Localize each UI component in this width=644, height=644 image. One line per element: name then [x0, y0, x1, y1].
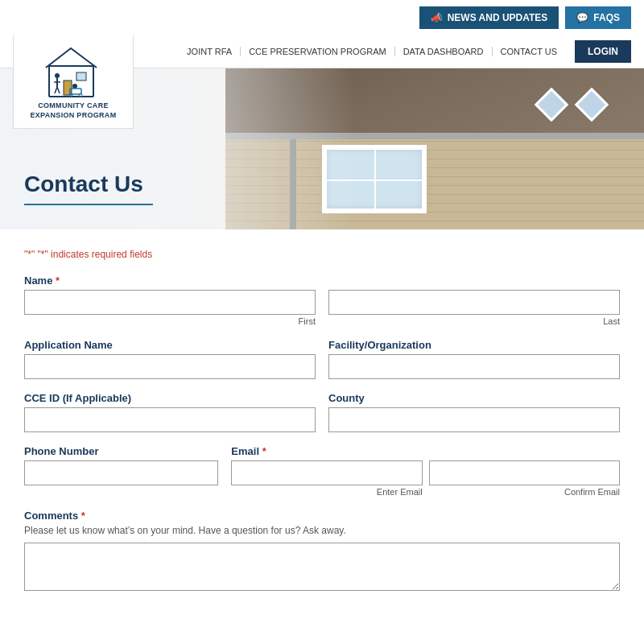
phone-label: Phone Number [24, 445, 218, 457]
logo-svg [41, 42, 105, 98]
app-facility-row: Application Name Facility/Organization [24, 339, 620, 379]
first-name-col: Name * First [24, 275, 316, 326]
logo-area: COMMUNITY CARE EXPANSION PROGRAM [13, 35, 134, 129]
comments-hint: Please let us know what’s on your mind. … [24, 525, 620, 536]
faqs-label: FAQs [593, 12, 620, 23]
app-name-col: Application Name [24, 339, 316, 379]
logo-text: COMMUNITY CARE EXPANSION PROGRAM [31, 101, 117, 120]
email-section: Email * Enter Email Confirm Email [231, 445, 620, 497]
county-col: County [328, 392, 620, 432]
facility-input[interactable] [328, 354, 620, 379]
email-label: Email * [231, 445, 620, 457]
email-fields-wrapper: Enter Email Confirm Email [231, 460, 620, 497]
app-name-input[interactable] [24, 354, 316, 379]
cce-id-label: CCE ID (If Applicable) [24, 392, 316, 404]
megaphone-icon: 📣 [431, 12, 443, 23]
faqs-button[interactable]: 💬 FAQs [565, 6, 631, 29]
facility-label: Facility/Organization [328, 339, 620, 351]
last-name-input[interactable] [328, 290, 620, 315]
enter-email-input[interactable] [231, 460, 422, 485]
login-button[interactable]: LOGIN [575, 40, 631, 63]
confirm-email-sublabel: Confirm Email [429, 487, 620, 497]
app-name-label: Application Name [24, 339, 316, 351]
facility-col: Facility/Organization [328, 339, 620, 379]
first-name-input[interactable] [24, 290, 316, 315]
news-updates-label: NEWS AND UPDATES [448, 12, 548, 23]
confirm-email-col: Confirm Email [429, 460, 620, 497]
county-label: County [328, 392, 620, 404]
required-marker: "*" [24, 249, 35, 260]
svg-line-6 [55, 87, 57, 93]
svg-rect-2 [76, 72, 86, 80]
svg-point-3 [55, 73, 60, 78]
form-container: "*" "*" indicates required fields Name *… [0, 229, 644, 625]
svg-line-7 [57, 87, 60, 93]
enter-email-col: Enter Email [231, 460, 422, 497]
nav-joint-rfa[interactable]: JOINT RFA [179, 47, 241, 56]
nav-contact-us[interactable]: CONTACT US [493, 47, 566, 56]
comments-textarea[interactable] [24, 543, 620, 591]
nav-data-dashboard[interactable]: DATA DASHBOARD [395, 47, 493, 56]
top-bar: 📣 NEWS AND UPDATES 💬 FAQs [0, 0, 644, 35]
hero-title: Contact Us [24, 171, 143, 197]
cce-id-input[interactable] [24, 407, 316, 432]
header-wrapper: COMMUNITY CARE EXPANSION PROGRAM JOINT R… [0, 35, 644, 229]
confirm-email-input[interactable] [429, 460, 620, 485]
phone-col: Phone Number [24, 445, 218, 485]
county-input[interactable] [328, 407, 620, 432]
news-updates-button[interactable]: 📣 NEWS AND UPDATES [419, 6, 559, 29]
comments-label: Comments * [24, 510, 620, 522]
cce-county-row: CCE ID (If Applicable) County [24, 392, 620, 432]
svg-point-8 [72, 84, 77, 89]
required-note: "*" "*" indicates required fields [24, 249, 620, 260]
nav-cce-preservation[interactable]: CCE PRESERVATION PROGRAM [241, 47, 395, 56]
last-name-col: Name Last [328, 275, 620, 326]
first-sublabel: First [24, 316, 316, 326]
chat-icon: 💬 [576, 12, 588, 23]
cce-id-col: CCE ID (If Applicable) [24, 392, 316, 432]
last-sublabel: Last [328, 316, 620, 326]
phone-email-row: Phone Number Email * Enter Email Confirm… [24, 445, 620, 497]
enter-email-sublabel: Enter Email [231, 487, 422, 497]
name-row: Name * First Name Last [24, 275, 620, 326]
comments-section: Comments * Please let us know what’s on … [24, 510, 620, 593]
name-label: Name * [24, 275, 316, 287]
phone-input[interactable] [24, 460, 218, 485]
hero-title-underline [24, 204, 153, 205]
